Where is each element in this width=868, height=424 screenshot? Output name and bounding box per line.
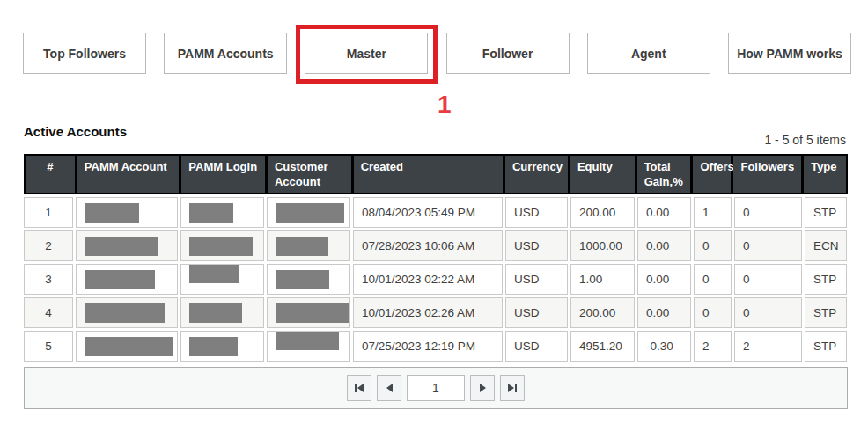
pamm-account-cell: [76, 197, 178, 228]
tab-pamm-accounts[interactable]: PAMM Accounts: [164, 33, 287, 74]
equity-cell: 200.00: [570, 197, 635, 228]
column-header-currency: Currency: [505, 156, 568, 193]
created-cell: 07/25/2023 12:19 PM: [353, 331, 503, 362]
items-count-label: 1 - 5 of 5 items: [764, 133, 846, 147]
equity-cell: 1000.00: [570, 230, 635, 261]
last-page-button[interactable]: [500, 375, 525, 401]
followers-cell: 0: [734, 264, 802, 295]
row-index: 4: [24, 297, 73, 328]
table-row: 5 07/25/2023 12:19 PM USD 4951.20 -0.30 …: [24, 331, 848, 362]
column-header-pamm-account: PAMM Account: [77, 156, 180, 193]
pamm-account-cell: [76, 331, 178, 362]
column-header-total-gain: Total Gain,%: [637, 156, 691, 193]
redacted-value: [85, 237, 158, 256]
type-cell: STP: [805, 331, 847, 362]
pamm-login-cell: [180, 331, 264, 362]
tab-how-pamm-works[interactable]: How PAMM works: [728, 33, 851, 74]
row-index: 2: [24, 230, 73, 261]
table-pager-footer: 1: [24, 367, 848, 409]
row-index: 5: [24, 331, 73, 362]
type-cell: STP: [805, 297, 847, 328]
pamm-login-cell: [180, 230, 264, 261]
type-cell: STP: [805, 197, 847, 228]
redacted-value: [189, 337, 238, 356]
redacted-value: [276, 237, 328, 256]
created-cell: 10/01/2023 02:26 AM: [353, 297, 503, 328]
redacted-value: [189, 237, 253, 256]
pamm-login-cell: [180, 264, 264, 295]
table-header-row: # PAMM Account PAMM Login Customer Accou…: [24, 154, 848, 194]
redacted-value: [189, 303, 242, 323]
total-gain-cell: 0.00: [637, 230, 691, 261]
column-header-created: Created: [354, 156, 503, 193]
followers-cell: 0: [734, 197, 802, 228]
equity-cell: 200.00: [570, 297, 635, 328]
table-row: 1 08/04/2023 05:49 PM USD 200.00 0.00 1 …: [24, 197, 848, 228]
pamm-account-cell: [76, 264, 178, 295]
followers-cell: 0: [734, 230, 802, 261]
currency-cell: USD: [505, 197, 568, 228]
total-gain-cell: 0.00: [637, 297, 691, 328]
page-number-input[interactable]: 1: [407, 375, 465, 401]
active-accounts-table: # PAMM Account PAMM Login Customer Accou…: [24, 154, 848, 409]
pamm-dashboard: Top Followers PAMM Accounts Master Follo…: [0, 0, 868, 424]
customer-account-cell: [267, 331, 350, 362]
redacted-value: [276, 331, 339, 350]
equity-cell: 1.00: [570, 264, 635, 295]
tab-top-followers[interactable]: Top Followers: [23, 33, 146, 74]
followers-cell: 0: [734, 297, 802, 328]
total-gain-cell: 0.00: [637, 264, 691, 295]
last-page-icon: [508, 384, 517, 392]
redacted-value: [85, 270, 155, 289]
first-page-icon: [355, 384, 364, 392]
customer-account-cell: [267, 197, 350, 228]
customer-account-cell: [267, 264, 350, 295]
tab-follower[interactable]: Follower: [446, 33, 570, 74]
column-header-type: Type: [804, 156, 846, 193]
redacted-value: [189, 203, 233, 223]
created-cell: 10/01/2023 02:22 AM: [353, 264, 503, 295]
offers-cell: 2: [694, 331, 732, 362]
row-index: 3: [24, 264, 73, 295]
pamm-login-cell: [180, 297, 264, 328]
offers-cell: 0: [694, 264, 732, 295]
type-cell: STP: [805, 264, 847, 295]
currency-cell: USD: [505, 264, 568, 295]
followers-cell: 2: [734, 331, 802, 362]
pamm-account-cell: [76, 297, 178, 328]
row-index: 1: [24, 197, 73, 228]
total-gain-cell: 0.00: [637, 197, 691, 228]
table-row: 4 - 10/01/2023 02:26 AM USD 200.00 0.00 …: [24, 297, 848, 328]
column-header-customer-account: Customer Account: [268, 156, 351, 193]
redacted-value: [276, 270, 329, 289]
equity-cell: 4951.20: [570, 331, 635, 362]
customer-account-cell: [267, 230, 350, 261]
prev-page-button[interactable]: [377, 375, 401, 401]
currency-cell: USD: [505, 297, 568, 328]
prev-page-icon: [386, 384, 393, 392]
currency-cell: USD: [505, 331, 568, 362]
created-cell: 08/04/2023 05:49 PM: [353, 197, 503, 228]
table-row: 2 07/28/2023 10:06 AM USD 1000.00 0.00 0…: [24, 230, 848, 261]
next-page-button[interactable]: [470, 375, 495, 401]
pamm-login-cell: [180, 197, 264, 228]
annotation-step-number: 1: [438, 91, 452, 119]
currency-cell: USD: [505, 230, 568, 261]
column-header-pamm-login: PAMM Login: [181, 156, 265, 193]
next-page-icon: [480, 384, 486, 392]
redacted-value: [85, 203, 139, 223]
created-cell: 07/28/2023 10:06 AM: [353, 230, 503, 261]
redacted-value: [276, 303, 349, 323]
redacted-value: [85, 337, 173, 356]
offers-cell: 1: [694, 197, 732, 228]
annotation-highlight-box: [296, 25, 438, 84]
column-header-index: #: [26, 156, 75, 193]
redacted-value: [276, 203, 344, 223]
offers-cell: 0: [694, 297, 732, 328]
redacted-value: [189, 264, 239, 283]
first-page-button[interactable]: [347, 375, 371, 401]
offers-cell: 0: [694, 230, 732, 261]
pamm-account-cell: [76, 230, 178, 261]
tab-agent[interactable]: Agent: [587, 33, 710, 74]
column-header-offers: Offers: [693, 156, 731, 193]
